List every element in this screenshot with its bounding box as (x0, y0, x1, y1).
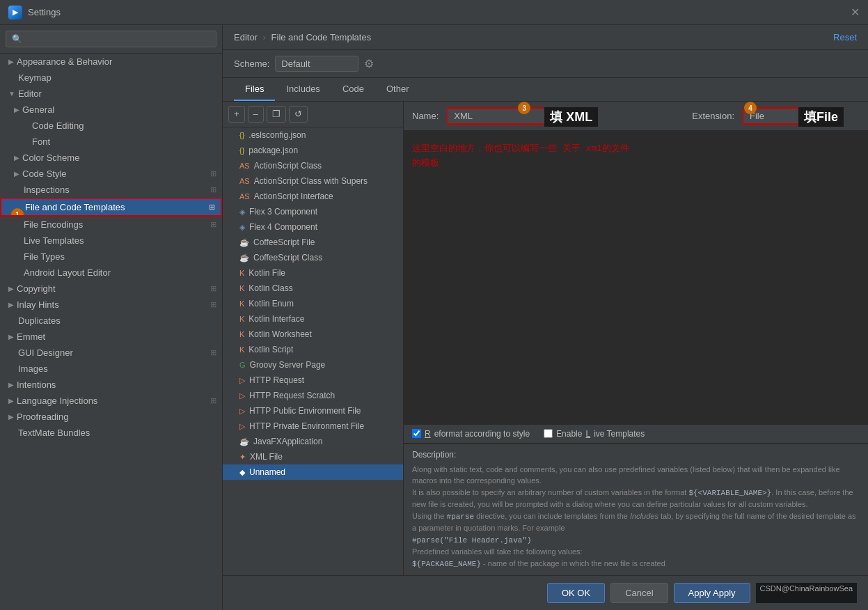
reformat-label-rest: eformat according to style (434, 429, 530, 439)
expand-icon: ▶ (8, 301, 14, 308)
sidebar-item-duplicates[interactable]: Duplicates (0, 313, 222, 329)
file-icon: K (239, 315, 244, 323)
sidebar-item-label: Language Injections (17, 396, 97, 406)
reformat-checkbox[interactable] (412, 429, 421, 438)
sidebar-item-inspections[interactable]: Inspections ⊞ (0, 182, 222, 198)
sidebar-item-file-types[interactable]: File Types (0, 249, 222, 265)
file-item[interactable]: ◈ Flex 4 Component (223, 219, 403, 235)
title-bar: ▶ Settings ✕ (0, 0, 868, 25)
file-item[interactable]: ✦ XML File (223, 449, 403, 464)
extension-label: Extension: (692, 111, 734, 121)
file-name: CoffeeScript File (253, 237, 315, 247)
remove-template-button[interactable]: – (248, 106, 264, 123)
live-templates-checkbox[interactable] (544, 429, 553, 438)
reformat-checkbox-label[interactable]: Reformat according to style (412, 429, 530, 439)
file-item[interactable]: ▷ HTTP Request (223, 373, 403, 388)
tab-includes[interactable]: Includes (275, 78, 331, 101)
sidebar-item-gui-designer[interactable]: GUI Designer ⊞ (0, 345, 222, 361)
sidebar-item-file-and-code-templates[interactable]: File and Code Templates ⊞ 1 (0, 198, 222, 217)
sidebar-item-copyright[interactable]: ▶ Copyright ⊞ (0, 281, 222, 297)
sidebar-item-keymap[interactable]: Keymap (0, 70, 222, 86)
sidebar-item-label: Code Editing (32, 120, 84, 131)
file-item[interactable]: AS ActionScript Class (223, 158, 403, 173)
sidebar-item-editor[interactable]: ▼ Editor (0, 86, 222, 102)
file-item[interactable]: ◈ Flex 3 Component (223, 204, 403, 219)
scheme-gear-icon[interactable]: ⚙ (364, 57, 374, 70)
sidebar-item-label: Duplicates (18, 315, 61, 326)
sidebar-item-label: Intentions (17, 380, 56, 390)
file-name: XML File (250, 452, 283, 462)
file-item[interactable]: {} .eslsconfig.json (223, 127, 403, 143)
add-template-button[interactable]: + (228, 106, 245, 123)
settings-dialog: ▶ Appearance & Behavior Keymap ▼ Editor … (0, 25, 868, 610)
app-icon: ▶ (8, 6, 22, 19)
breadcrumb-parent: Editor (234, 32, 258, 42)
sidebar-item-textmate[interactable]: TextMate Bundles (0, 425, 222, 441)
file-item[interactable]: ▷ HTTP Private Environment File (223, 419, 403, 434)
breadcrumb-current: File and Code Templates (271, 32, 372, 42)
scheme-select[interactable]: Default (275, 56, 358, 72)
badge-icon: ⊞ (210, 300, 216, 309)
sidebar-item-general[interactable]: ▶ General (0, 102, 222, 118)
sidebar-item-label: Proofreading (17, 412, 68, 422)
sidebar-item-font[interactable]: Font (0, 134, 222, 150)
sidebar-item-code-editing[interactable]: Code Editing (0, 118, 222, 134)
name-ext-row: Name: 3 填 XML Extension: 4 (404, 102, 868, 131)
tab-code[interactable]: Code (331, 78, 375, 101)
cancel-button[interactable]: Cancel (610, 583, 668, 603)
sidebar-item-live-templates[interactable]: Live Templates (0, 233, 222, 249)
file-item[interactable]: K Kotlin Script (223, 342, 403, 357)
file-item[interactable]: ☕ CoffeeScript File (223, 235, 403, 250)
description-panel: Description: Along with static text, cod… (404, 444, 868, 576)
sidebar-item-intentions[interactable]: ▶ Intentions (0, 377, 222, 393)
sidebar-item-appearance[interactable]: ▶ Appearance & Behavior (0, 54, 222, 70)
copy-template-button[interactable]: ❐ (267, 106, 286, 123)
watermark: CSDN@ChinaRainbowSea (756, 583, 857, 603)
file-name: Flex 4 Component (249, 222, 317, 232)
sidebar-item-label: GUI Designer (18, 347, 73, 358)
reset-template-button[interactable]: ↺ (289, 106, 308, 123)
file-icon: ☕ (239, 253, 249, 263)
file-item[interactable]: K Kotlin Class (223, 281, 403, 296)
sidebar-item-language-injections[interactable]: ▶ Language Injections ⊞ (0, 393, 222, 409)
sidebar-item-label: Android Layout Editor (24, 267, 111, 278)
sidebar-item-inlay-hints[interactable]: ▶ Inlay Hints ⊞ (0, 297, 222, 313)
ok-button[interactable]: OK OK (547, 583, 605, 603)
file-item[interactable]: K Kotlin File (223, 265, 403, 281)
file-item[interactable]: K Kotlin Interface (223, 311, 403, 327)
scheme-label: Scheme: (234, 58, 269, 69)
sidebar-item-color-scheme[interactable]: ▶ Color Scheme (0, 150, 222, 166)
file-item-unnamed[interactable]: ◆ Unnamed (223, 464, 403, 480)
sidebar-item-label: Emmet (17, 331, 45, 342)
tab-files[interactable]: Files (234, 78, 275, 101)
file-item[interactable]: ☕ CoffeeScript Class (223, 250, 403, 265)
file-item[interactable]: G Groovy Server Page (223, 357, 403, 373)
file-icon: ◈ (239, 208, 245, 217)
file-name: ActionScript Class with Supers (254, 176, 368, 186)
file-item[interactable]: K Kotlin Enum (223, 296, 403, 311)
sidebar-item-code-style[interactable]: ▶ Code Style ⊞ (0, 166, 222, 182)
code-editor[interactable]: 这里空白的地方，你也可以编写一些 关于 xml的文件的模板 (404, 131, 868, 424)
breadcrumb: Editor › File and Code Templates Reset (223, 25, 868, 50)
sidebar-item-file-encodings[interactable]: File Encodings ⊞ (0, 217, 222, 233)
apply-button[interactable]: Apply Apply (674, 583, 750, 603)
close-button[interactable]: ✕ (851, 6, 860, 19)
reset-button[interactable]: Reset (833, 32, 857, 42)
live-templates-checkbox-label[interactable]: Enable Live Templates (544, 429, 645, 439)
file-item[interactable]: {} package.json (223, 143, 403, 158)
tab-other[interactable]: Other (375, 78, 420, 101)
sidebar-item-images[interactable]: Images (0, 361, 222, 377)
file-item[interactable]: AS ActionScript Class with Supers (223, 173, 403, 189)
file-item[interactable]: K Kotlin Worksheet (223, 327, 403, 342)
sidebar-item-proofreading[interactable]: ▶ Proofreading (0, 409, 222, 425)
file-item[interactable]: ▷ HTTP Request Scratch (223, 388, 403, 403)
sidebar-search-input[interactable] (6, 31, 216, 47)
file-item[interactable]: AS ActionScript Interface (223, 189, 403, 204)
file-item[interactable]: ▷ HTTP Public Environment File (223, 403, 403, 419)
breadcrumb-path: Editor › File and Code Templates (234, 32, 371, 42)
sidebar-item-emmet[interactable]: ▶ Emmet (0, 329, 222, 345)
expand-icon: ▶ (8, 381, 14, 389)
sidebar-item-label: Live Templates (24, 235, 84, 246)
file-item[interactable]: ☕ JavaFXApplication (223, 434, 403, 449)
sidebar-item-android-layout-editor[interactable]: Android Layout Editor (0, 265, 222, 281)
